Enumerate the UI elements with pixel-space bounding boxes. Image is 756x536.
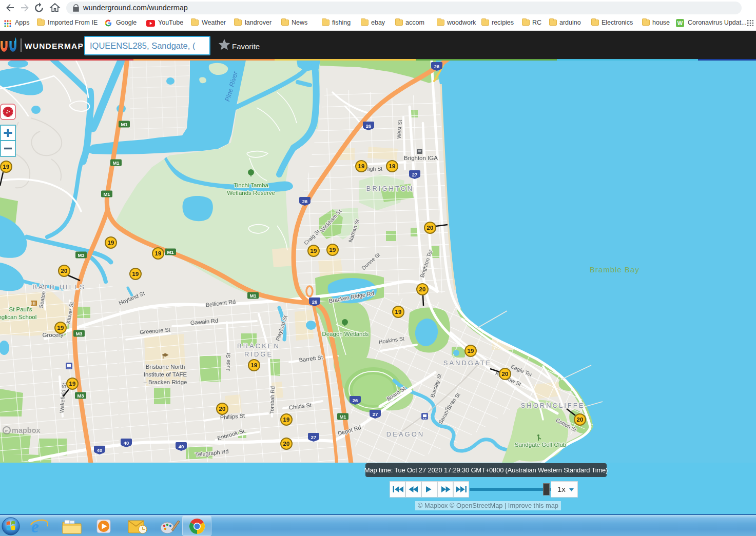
svg-text:20: 20 — [577, 416, 584, 423]
svg-text:26: 26 — [302, 198, 308, 204]
svg-text:West St: West St — [396, 120, 403, 138]
svg-text:20: 20 — [427, 225, 434, 231]
svg-text:M1: M1 — [103, 191, 110, 197]
svg-text:40: 40 — [97, 447, 103, 453]
svg-text:19: 19 — [57, 325, 64, 331]
svg-text:RIDGE: RIDGE — [244, 350, 273, 358]
svg-text:40: 40 — [124, 440, 129, 446]
svg-text:Sandgate Golf Club: Sandgate Golf Club — [515, 442, 566, 448]
svg-text:19: 19 — [329, 247, 336, 253]
svg-text:Anglican School: Anglican School — [0, 314, 36, 320]
svg-text:19: 19 — [3, 164, 10, 170]
svg-text:26: 26 — [434, 64, 440, 69]
svg-text:SHORNCLIFFE: SHORNCLIFFE — [521, 402, 585, 409]
svg-text:Brisbane North: Brisbane North — [146, 364, 185, 370]
svg-text:19: 19 — [108, 240, 114, 246]
svg-text:– Bracken Ridge: – Bracken Ridge — [143, 379, 187, 385]
svg-text:19: 19 — [468, 348, 474, 354]
svg-text:DEAGON: DEAGON — [386, 430, 424, 438]
svg-text:mapbox: mapbox — [12, 426, 41, 434]
svg-text:26: 26 — [366, 123, 372, 129]
svg-text:Bramble Bay: Bramble Bay — [590, 265, 639, 274]
svg-text:26: 26 — [312, 299, 318, 305]
svg-text:BALD HILLS: BALD HILLS — [32, 283, 86, 291]
svg-text:19: 19 — [132, 271, 139, 277]
svg-text:20: 20 — [419, 286, 426, 292]
svg-text:20: 20 — [61, 268, 68, 274]
svg-text:19: 19 — [395, 309, 402, 315]
svg-text:St Paul's: St Paul's — [9, 306, 32, 312]
svg-text:19: 19 — [283, 416, 290, 423]
svg-text:M1: M1 — [339, 414, 346, 420]
svg-text:M3: M3 — [77, 252, 84, 258]
svg-text:M1: M1 — [249, 293, 257, 299]
svg-text:Deagon Wetlands: Deagon Wetlands — [322, 331, 369, 337]
svg-text:20: 20 — [283, 441, 290, 447]
svg-text:M1: M1 — [167, 249, 174, 255]
svg-text:Institute of TAFE: Institute of TAFE — [144, 371, 187, 378]
svg-text:26: 26 — [353, 398, 358, 403]
svg-text:Jude St: Jude St — [224, 353, 231, 371]
svg-text:Wetlands Reserve: Wetlands Reserve — [227, 190, 275, 196]
svg-text:20: 20 — [219, 406, 226, 412]
svg-text:M3: M3 — [77, 393, 84, 399]
svg-text:Brighton IGA: Brighton IGA — [404, 155, 438, 161]
svg-text:Tinchi Tamba: Tinchi Tamba — [234, 182, 268, 188]
svg-text:27: 27 — [373, 411, 378, 417]
svg-text:19: 19 — [311, 248, 317, 254]
svg-text:20: 20 — [502, 371, 509, 377]
svg-text:Tombah Rd: Tombah Rd — [268, 386, 276, 414]
svg-text:27: 27 — [412, 172, 418, 177]
svg-text:SANDGATE: SANDGATE — [443, 359, 492, 367]
svg-text:M3: M3 — [75, 331, 82, 336]
svg-text:40: 40 — [179, 444, 184, 449]
svg-text:BRACKEN: BRACKEN — [237, 342, 280, 350]
svg-text:27: 27 — [311, 434, 317, 440]
svg-text:m: m — [5, 429, 8, 433]
svg-text:19: 19 — [389, 163, 396, 169]
svg-text:19: 19 — [69, 381, 76, 387]
svg-text:M1: M1 — [121, 122, 128, 127]
svg-text:19: 19 — [358, 163, 365, 169]
svg-text:BRIGHTON: BRIGHTON — [366, 185, 414, 192]
svg-text:19: 19 — [251, 362, 258, 368]
svg-text:M1: M1 — [112, 160, 120, 166]
svg-text:19: 19 — [155, 250, 162, 256]
